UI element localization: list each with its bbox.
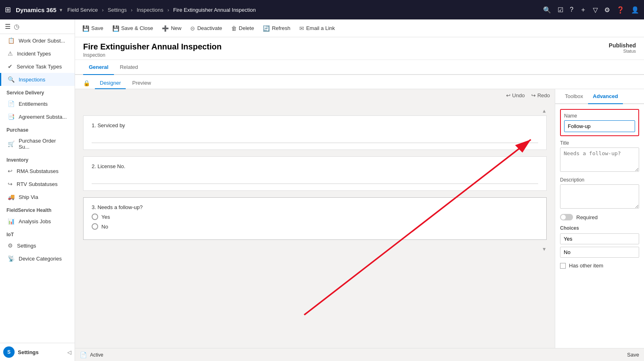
plus-icon[interactable]: ＋ [580, 6, 586, 14]
work-order-icon: 📋 [8, 37, 15, 44]
sidebar-item-rma[interactable]: ↩ RMA Substatuses [0, 164, 75, 177]
nav-icons: 🔍 ☑ ? ＋ ▽ ⚙ ❓ 👤 [543, 6, 639, 14]
choice-no-input[interactable] [560, 247, 639, 258]
has-other-checkbox[interactable] [560, 263, 566, 269]
sidebar-item-settings[interactable]: ⚙ Settings [0, 239, 75, 252]
sub-tabs-bar: 🔒 Designer Preview [75, 75, 644, 89]
field-1-input[interactable] [92, 132, 538, 143]
sidebar-item-incident-types[interactable]: ⚠ Incident Types [0, 47, 75, 60]
new-button[interactable]: ➕ New [158, 23, 185, 34]
form-field-serviced-by[interactable]: 1. Serviced by [83, 115, 547, 150]
module-name: Field Service [67, 7, 98, 13]
task-icon[interactable]: ☑ [558, 6, 563, 14]
sidebar-item-inspections[interactable]: 🔍 Inspections [0, 73, 75, 86]
required-toggle[interactable] [560, 214, 573, 220]
designer-area: ↩ Undo ↪ Redo ▲ 1. Serviced by [75, 89, 644, 348]
sidebar-item-purchase-order[interactable]: 🛒 Purchase Order Su... [0, 135, 75, 153]
panel-tab-advanced[interactable]: Advanced [588, 89, 623, 104]
iot-category: IoT [0, 228, 75, 239]
email-link-icon: ✉ [299, 25, 304, 32]
waffle-icon[interactable]: ⊞ [5, 5, 11, 14]
radio-yes[interactable]: Yes [92, 214, 538, 220]
form-field-followup[interactable]: 3. Needs a follow-up? Yes No [83, 197, 547, 240]
status-bar: 📄 Active Save [75, 348, 644, 361]
tab-general[interactable]: General [83, 60, 114, 75]
sub-tab-designer[interactable]: Designer [95, 77, 126, 89]
undo-button[interactable]: ↩ Undo [506, 92, 525, 98]
tab-related[interactable]: Related [114, 60, 144, 75]
purchase-order-icon: 🛒 [8, 141, 15, 147]
sidebar-item-agreement-substa[interactable]: 📑 Agreement Substa... [0, 110, 75, 123]
delete-button[interactable]: 🗑 Delete [227, 23, 258, 34]
tabs-bar: General Related [75, 60, 644, 75]
ship-via-icon: 🚚 [8, 194, 15, 200]
device-categories-icon: 📡 [8, 255, 15, 262]
status-bar-right: Save [627, 352, 639, 358]
sidebar-item-analysis-jobs[interactable]: 📊 Analysis Jobs [0, 215, 75, 228]
deactivate-icon: ⊝ [190, 25, 195, 32]
app-caret: ▾ [60, 7, 62, 13]
app-name[interactable]: Dynamics 365 [16, 6, 56, 13]
name-input[interactable] [564, 120, 635, 132]
sidebar-bottom: S Settings ◁ [0, 343, 75, 361]
main-content: 💾 Save 💾 Save & Close ➕ New ⊝ Deactivate… [75, 19, 644, 361]
help-icon[interactable]: ? [570, 6, 573, 13]
panel-tabs: Toolbox Advanced [555, 89, 644, 104]
radio-no[interactable]: No [92, 223, 538, 230]
field-2-input[interactable] [92, 173, 538, 184]
sidebar-history-icon[interactable]: ◷ [14, 23, 19, 30]
sidebar-bottom-label: Settings [18, 349, 39, 355]
has-other-label: Has other item [569, 263, 603, 269]
page-icon: 📄 [80, 352, 87, 358]
choice-yes-input[interactable] [560, 233, 639, 244]
fieldservice-health-category: FieldService Health [0, 203, 75, 215]
toolbar: 💾 Save 💾 Save & Close ➕ New ⊝ Deactivate… [75, 19, 644, 37]
sidebar-item-service-task-types[interactable]: ✔ Service Task Types [0, 60, 75, 73]
save-close-button[interactable]: 💾 Save & Close [108, 23, 157, 34]
analysis-jobs-icon: 📊 [8, 218, 15, 224]
sidebar-toggle-icon[interactable]: ☰ [5, 23, 11, 30]
sidebar-item-device-categories[interactable]: 📡 Device Categories [0, 252, 75, 265]
record-type: Inspection [83, 52, 222, 58]
breadcrumb-inspections[interactable]: Inspections [137, 7, 163, 13]
refresh-icon: 🔄 [263, 25, 270, 32]
title-input[interactable] [560, 147, 639, 172]
question-icon[interactable]: ❓ [616, 6, 625, 14]
purchase-category: Purchase [0, 123, 75, 135]
sidebar-item-work-order-subst[interactable]: 📋 Work Order Subst... [0, 34, 75, 47]
settings-icon[interactable]: ⚙ [604, 6, 610, 14]
sub-tab-preview[interactable]: Preview [127, 77, 156, 89]
search-nav-icon[interactable]: 🔍 [543, 6, 551, 14]
radio-yes-circle [92, 214, 98, 220]
sidebar-item-rtv[interactable]: ↪ RTV Substatuses [0, 177, 75, 190]
description-input[interactable] [560, 184, 639, 209]
sidebar-expand-icon[interactable]: ◁ [67, 349, 71, 355]
status-active: Active [90, 352, 103, 358]
user-icon[interactable]: 👤 [631, 6, 639, 14]
canvas[interactable]: ▲ 1. Serviced by 2. License No. 3. N [75, 102, 555, 348]
field-3-label: 3. Needs a follow-up? [92, 204, 538, 210]
filter-icon[interactable]: ▽ [593, 6, 598, 14]
status-bar-save-button[interactable]: Save [627, 352, 639, 358]
panel-tab-toolbox[interactable]: Toolbox [560, 89, 588, 104]
sidebar-item-entitlements[interactable]: 📄 Entitlements [0, 97, 75, 110]
breadcrumb-settings[interactable]: Settings [108, 7, 127, 13]
record-title: Fire Extinguisher Annual Inspection [83, 42, 222, 51]
service-delivery-category: Service Delivery [0, 86, 75, 97]
email-link-button[interactable]: ✉ Email a Link [295, 23, 339, 34]
status-label: Status [609, 49, 636, 53]
form-field-license-no[interactable]: 2. License No. [83, 156, 547, 191]
required-label: Required [576, 214, 598, 220]
new-icon: ➕ [162, 25, 169, 32]
deactivate-button[interactable]: ⊝ Deactivate [186, 23, 226, 34]
sidebar-item-ship-via[interactable]: 🚚 Ship Via [0, 190, 75, 203]
save-button[interactable]: 💾 Save [78, 23, 107, 34]
top-navigation: ⊞ Dynamics 365 ▾ Field Service › Setting… [0, 0, 644, 19]
refresh-button[interactable]: 🔄 Refresh [259, 23, 294, 34]
record-status: Published Status [609, 42, 636, 53]
description-field-label: Description [560, 177, 639, 183]
has-other-row: Has other item [560, 263, 639, 269]
redo-button[interactable]: ↪ Redo [531, 92, 550, 98]
field-2-label: 2. License No. [92, 163, 538, 169]
settings-sidebar-icon: ⚙ [8, 242, 13, 249]
